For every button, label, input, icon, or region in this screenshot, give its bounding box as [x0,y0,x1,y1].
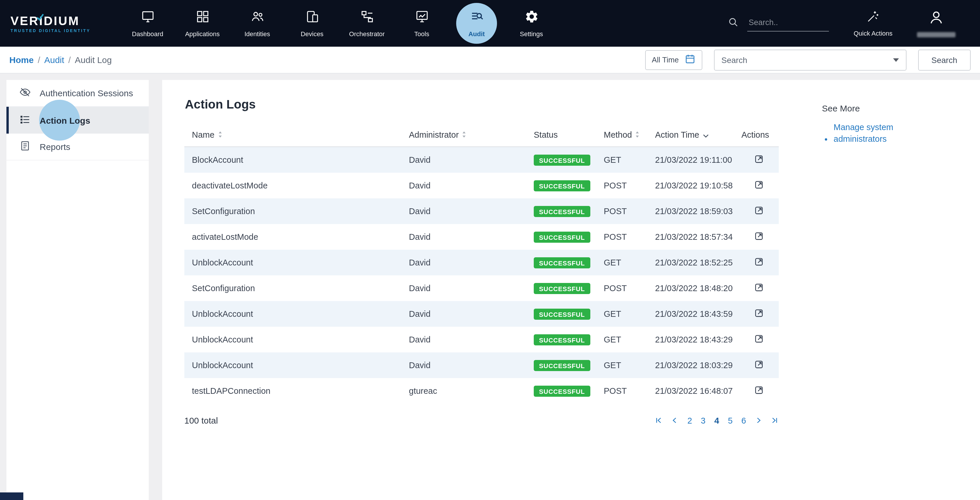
cell-name: activateLostMode [185,224,401,250]
cell-administrator: David [401,224,526,250]
breadcrumb-home-link[interactable]: Home [10,55,33,65]
nav-item-settings[interactable]: Settings [504,0,559,47]
topnav-right: Quick Actions [728,0,980,47]
pagination-page[interactable]: 6 [741,416,746,425]
status-badge: SUCCESSFUL [534,257,590,268]
column-header-action-time[interactable]: Action Time [648,123,734,147]
nav-item-devices[interactable]: Devices [285,0,339,47]
nav-item-dashboard[interactable]: Dashboard [120,0,175,47]
pagination-page[interactable]: 2 [687,416,692,425]
status-badge: SUCCESSFUL [534,205,590,217]
report-icon [19,140,31,153]
applications-icon [195,10,210,26]
nav-item-identities[interactable]: Identities [230,0,285,47]
view-log-button[interactable] [753,256,764,267]
cell-administrator: David [401,198,526,224]
nav-item-tools[interactable]: Tools [395,0,449,47]
nav-item-audit[interactable]: Audit [449,0,504,47]
cell-actions [734,198,779,224]
rows-icon [19,113,31,127]
table-row: UnblockAccount David SUCCESSFUL GET 21/0… [185,352,779,378]
cell-method: GET [596,250,648,275]
table-row: UnblockAccount David SUCCESSFUL GET 21/0… [185,301,779,327]
column-header-name[interactable]: Name [185,123,401,147]
view-log-button[interactable] [753,359,764,370]
cell-method: GET [596,327,648,352]
cell-action-time: 21/03/2022 18:57:34 [648,224,734,250]
status-badge: SUCCESSFUL [534,231,590,242]
cell-actions [734,378,779,404]
cell-actions [734,275,779,301]
cell-status: SUCCESSFUL [526,301,596,327]
time-range-button[interactable]: All Time [646,50,702,70]
view-log-button[interactable] [753,307,764,318]
cell-administrator: David [401,327,526,352]
quick-actions[interactable]: Quick Actions [854,10,892,37]
previous-page-button[interactable] [671,417,679,424]
cell-status: SUCCESSFUL [526,275,596,301]
pagination-page[interactable]: 3 [701,416,706,425]
column-header-method[interactable]: Method [596,123,648,147]
next-page-button[interactable] [755,417,762,424]
cell-actions [734,250,779,275]
sidebar: Authentication Sessions Action Logs Repo… [6,80,149,500]
view-log-button[interactable] [753,205,764,216]
pagination-page[interactable]: 5 [728,416,733,425]
pagination: 2 3 4 5 6 [655,416,779,425]
cell-name: SetConfiguration [185,275,401,301]
manage-system-administrators-link[interactable]: Manage system administrators [834,121,909,145]
cell-method: POST [596,173,648,198]
page-title: Action Logs [185,97,779,111]
search-type-dropdown[interactable]: Search [714,49,906,70]
table-header-row: Name Administrator Status Method Action … [185,123,779,147]
filter-controls: All Time Search Search [646,49,970,70]
status-badge: SUCCESSFUL [534,385,590,396]
sort-icon [636,130,640,139]
view-log-button[interactable] [753,282,764,293]
cell-action-time: 21/03/2022 18:43:59 [648,301,734,327]
nav-item-orchestrator[interactable]: Orchestrator [339,0,395,47]
table-row: BlockAccount David SUCCESSFUL GET 21/03/… [185,147,779,173]
sidebar-item-action-logs[interactable]: Action Logs [6,107,149,134]
first-page-button[interactable] [655,417,662,424]
sort-icon [462,130,466,139]
view-log-button[interactable] [753,179,764,190]
audit-icon [469,10,484,26]
global-search-input[interactable] [748,16,829,31]
status-badge: SUCCESSFUL [534,283,590,294]
veridium-logo[interactable]: VERIDIUM TRUSTED DIGITAL IDENTITY [0,0,115,47]
nav-item-applications[interactable]: Applications [175,0,230,47]
eye-off-icon [19,86,31,100]
cell-actions [734,224,779,250]
see-more-list: Manage system administrators [822,121,968,145]
identities-icon [250,10,264,26]
cell-action-time: 21/03/2022 19:11:00 [648,147,734,173]
view-log-button[interactable] [753,333,764,344]
view-log-button[interactable] [753,153,764,164]
sort-icon [218,130,222,139]
action-logs-table: Name Administrator Status Method Action … [185,123,779,404]
breadcrumb-current: Audit Log [75,55,112,65]
cell-status: SUCCESSFUL [526,378,596,404]
view-log-button[interactable] [753,231,764,242]
cell-action-time: 21/03/2022 19:10:58 [648,173,734,198]
last-page-button[interactable] [771,417,779,424]
breadcrumb-bar: Home / Audit / Audit Log All Time Search… [0,47,980,73]
search-type-value: Search [721,55,747,64]
sidebar-item-reports[interactable]: Reports [6,134,149,161]
user-menu[interactable] [917,10,956,37]
column-header-actions: Actions [734,123,779,147]
pagination-page-current[interactable]: 4 [714,416,719,425]
sidebar-item-authentication-sessions[interactable]: Authentication Sessions [6,80,149,107]
table-row: UnblockAccount David SUCCESSFUL GET 21/0… [185,250,779,275]
breadcrumb-audit-link[interactable]: Audit [45,55,64,65]
cell-administrator: David [401,250,526,275]
column-header-administrator[interactable]: Administrator [401,123,526,147]
cell-administrator: David [401,301,526,327]
cell-administrator: David [401,147,526,173]
search-button[interactable]: Search [918,49,970,70]
view-log-button[interactable] [753,384,764,396]
logo-text: VERIDIUM [11,14,80,27]
sidebar-bottom-accent [0,492,23,500]
column-header-status: Status [526,123,596,147]
